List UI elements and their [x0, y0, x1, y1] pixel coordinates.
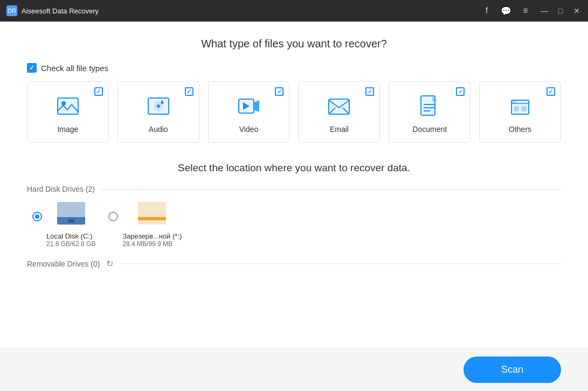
scan-button[interactable]: Scan — [464, 357, 561, 383]
app-icon-text: DR — [8, 8, 16, 14]
video-checkbox[interactable]: ✓ — [275, 87, 283, 96]
facebook-icon[interactable]: f — [481, 6, 492, 16]
email-checkmark: ✓ — [368, 88, 372, 95]
document-icon — [416, 93, 443, 120]
app-window: DR Aiseesoft Data Recovery f 💬 ≡ — □ ✕ W… — [0, 0, 588, 391]
audio-icon — [145, 93, 172, 120]
video-label: Video — [239, 125, 259, 134]
app-icon: DR — [6, 5, 17, 16]
drive-c-lower — [57, 217, 85, 225]
svg-rect-15 — [514, 107, 518, 111]
hard-disk-label: Hard Disk Drives (2) — [27, 185, 95, 193]
titlebar-actions: f 💬 ≡ — [481, 6, 531, 16]
refresh-icon[interactable]: ↻ — [106, 259, 113, 269]
image-label: Image — [57, 125, 78, 134]
drive-c-info: Local Disk (C:) 21.8 GB/62.8 GB — [46, 232, 95, 248]
svg-rect-7 — [329, 99, 349, 114]
audio-checkbox[interactable]: ✓ — [185, 87, 193, 96]
drive-c-upper — [57, 202, 85, 217]
hard-disk-header: Hard Disk Drives (2) — [27, 185, 561, 193]
drive-c-radio-inner — [35, 214, 39, 219]
email-label: Email — [330, 125, 349, 134]
file-type-card-document[interactable]: ✓ Document — [389, 81, 471, 143]
drive-c-name: Local Disk (C:) — [46, 232, 95, 240]
drive-reserved-name: Зарезерв...ной (*:) — [122, 232, 182, 240]
drive-reserved-lower — [138, 220, 166, 225]
audio-checkmark: ✓ — [186, 88, 191, 95]
drives-section: Hard Disk Drives (2) — [27, 185, 561, 248]
drive-item-reserved[interactable]: Зарезерв...ной (*:) 28.4 MB/99.9 MB — [108, 202, 182, 248]
file-type-card-audio[interactable]: ✓ Audio — [117, 81, 199, 143]
file-type-card-video[interactable]: ✓ Video — [208, 81, 290, 143]
drive-c-size: 21.8 GB/62.8 GB — [46, 240, 95, 248]
removable-divider — [120, 263, 561, 264]
others-label: Others — [509, 125, 531, 134]
drive-c-radio[interactable] — [32, 212, 42, 221]
app-title: Aiseesoft Data Recovery — [22, 7, 481, 15]
drive-c-icon — [57, 202, 85, 230]
file-types-title: What type of files you want to recover? — [27, 38, 561, 50]
maximize-button[interactable]: □ — [556, 6, 565, 15]
drive-reserved-size: 28.4 MB/99.9 MB — [122, 240, 182, 248]
menu-icon[interactable]: ≡ — [520, 6, 531, 16]
drive-c-body — [57, 202, 85, 225]
drive-reserved-icon-container: Зарезерв...ной (*:) 28.4 MB/99.9 MB — [122, 202, 182, 248]
audio-label: Audio — [149, 125, 168, 134]
minimize-button[interactable]: — — [539, 6, 549, 15]
svg-rect-0 — [58, 98, 78, 114]
drive-c-lower-inner — [68, 219, 74, 222]
file-types-grid: ✓ Image ✓ — [27, 81, 561, 143]
file-type-card-email[interactable]: ✓ Email — [298, 81, 380, 143]
others-icon — [507, 93, 534, 120]
window-controls: — □ ✕ — [539, 6, 582, 15]
check-all-checkbox[interactable]: ✓ — [27, 63, 37, 73]
drive-reserved-radio[interactable] — [108, 212, 118, 221]
footer: Scan — [0, 348, 588, 391]
others-checkbox[interactable]: ✓ — [547, 87, 555, 96]
image-icon — [54, 93, 81, 120]
svg-point-1 — [61, 101, 66, 106]
drive-reserved-icon — [138, 202, 166, 230]
drives-list: Local Disk (C:) 21.8 GB/62.8 GB — [27, 202, 561, 248]
removable-header: Removable Drives (0) ↻ — [27, 259, 561, 269]
drive-reserved-body — [138, 202, 166, 225]
location-title: Select the location where you want to re… — [27, 162, 561, 174]
file-type-card-others[interactable]: ✓ Others — [479, 81, 561, 143]
svg-point-4 — [157, 104, 160, 108]
document-label: Document — [412, 125, 447, 134]
drive-reserved-upper — [138, 202, 166, 217]
video-icon — [236, 93, 262, 120]
drive-reserved-info: Зарезерв...ной (*:) 28.4 MB/99.9 MB — [122, 232, 182, 248]
email-icon — [326, 93, 352, 120]
image-checkbox[interactable]: ✓ — [94, 87, 103, 96]
document-checkbox[interactable]: ✓ — [456, 87, 465, 96]
svg-rect-16 — [522, 107, 526, 111]
file-type-card-image[interactable]: ✓ Image — [27, 81, 109, 143]
removable-label: Removable Drives (0) — [27, 260, 100, 268]
drive-item-c[interactable]: Local Disk (C:) 21.8 GB/62.8 GB — [32, 202, 95, 248]
check-all-row: ✓ Check all file types — [27, 63, 561, 73]
video-checkmark: ✓ — [277, 88, 282, 95]
document-checkmark: ✓ — [458, 88, 463, 95]
close-button[interactable]: ✕ — [572, 6, 582, 15]
titlebar: DR Aiseesoft Data Recovery f 💬 ≡ — □ ✕ — [0, 0, 588, 22]
hard-disk-divider — [101, 189, 561, 190]
drive-c-icon-container: Local Disk (C:) 21.8 GB/62.8 GB — [46, 202, 95, 248]
check-all-label: Check all file types — [41, 64, 108, 73]
email-checkbox[interactable]: ✓ — [365, 87, 374, 96]
others-checkmark: ✓ — [548, 88, 553, 95]
chat-icon[interactable]: 💬 — [501, 6, 511, 16]
main-content: What type of files you want to recover? … — [0, 22, 588, 348]
check-all-checkmark: ✓ — [29, 64, 34, 72]
image-checkmark: ✓ — [96, 88, 101, 95]
